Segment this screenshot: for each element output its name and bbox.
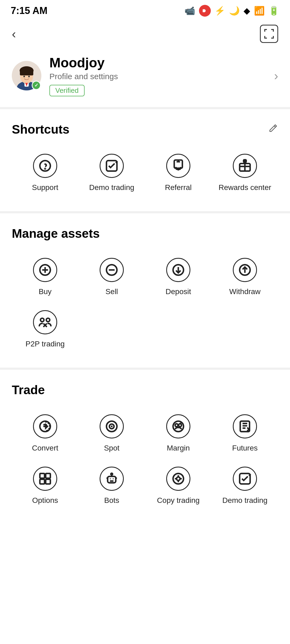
profile-subtitle: Profile and settings — [49, 72, 266, 81]
recording-icon — [199, 5, 211, 17]
deposit-label: Deposit — [166, 287, 191, 297]
demo-trading-label: Demo trading — [89, 183, 134, 192]
svg-rect-0 — [203, 9, 205, 12]
svg-rect-31 — [46, 473, 50, 478]
asset-withdraw[interactable]: Withdraw — [212, 253, 278, 305]
demo-trading-icon — [100, 154, 124, 178]
svg-point-35 — [111, 473, 113, 475]
svg-point-20 — [46, 318, 50, 322]
manage-assets-title: Manage assets — [12, 226, 100, 241]
copy-trading-icon — [166, 467, 190, 491]
svg-rect-30 — [40, 473, 45, 478]
profile-name: Moodjoy — [49, 55, 266, 71]
wifi-icon: 📶 — [254, 6, 265, 16]
bots-icon — [100, 467, 124, 491]
shortcut-referral[interactable]: Referral — [145, 148, 212, 200]
asset-buy[interactable]: Buy — [12, 253, 78, 305]
convert-icon — [33, 414, 57, 438]
manage-assets-section: Manage assets Buy Sell Deposit — [0, 213, 290, 368]
trade-demo-icon — [233, 467, 257, 491]
signal-icon: ◆ — [244, 6, 250, 16]
top-nav: ‹ — [0, 19, 290, 48]
asset-deposit[interactable]: Deposit — [145, 253, 212, 305]
referral-label: Referral — [165, 183, 192, 192]
video-icon: 📹 — [184, 6, 195, 16]
back-button[interactable]: ‹ — [12, 28, 16, 40]
trade-demo-trading[interactable]: Demo trading — [212, 461, 278, 513]
trade-futures[interactable]: Futures — [212, 409, 278, 461]
profile-info: Moodjoy Profile and settings Verified — [49, 55, 266, 96]
support-icon — [33, 154, 57, 178]
trade-copy-trading[interactable]: Copy trading — [145, 461, 212, 513]
avatar: ✓ — [12, 61, 41, 90]
bots-label: Bots — [104, 496, 119, 505]
svg-point-11 — [45, 169, 45, 169]
svg-rect-32 — [40, 479, 45, 484]
svg-rect-7 — [20, 71, 33, 75]
shortcuts-title: Shortcuts — [12, 122, 70, 137]
sell-icon — [100, 258, 124, 282]
shortcuts-grid: Support Demo trading Referral — [12, 148, 278, 200]
svg-point-19 — [41, 318, 44, 322]
trade-grid: Convert Spot — [12, 409, 278, 513]
svg-rect-33 — [46, 479, 50, 484]
trade-section: Trade Convert — [0, 370, 290, 524]
svg-point-9 — [28, 76, 30, 77]
futures-icon — [233, 414, 257, 438]
trade-spot[interactable]: Spot — [78, 409, 145, 461]
manage-assets-header: Manage assets — [12, 226, 278, 241]
svg-point-36 — [173, 473, 184, 484]
verified-label: Verified — [49, 85, 85, 96]
profile-section[interactable]: ✓ Moodjoy Profile and settings Verified … — [0, 48, 290, 107]
buy-label: Buy — [39, 287, 52, 297]
trade-convert[interactable]: Convert — [12, 409, 78, 461]
trade-margin[interactable]: Margin — [145, 409, 212, 461]
scan-button[interactable] — [260, 25, 278, 43]
status-icons: 📹 ⚡ 🌙 ◆ 📶 🔋 — [184, 5, 279, 17]
shortcuts-section: Shortcuts Support Demo trading — [0, 109, 290, 211]
status-time: 7:15 AM — [11, 5, 48, 16]
bluetooth-icon: ⚡ — [215, 6, 225, 16]
asset-p2p-trading[interactable]: P2P trading — [12, 305, 78, 357]
trade-bots[interactable]: Bots — [78, 461, 145, 513]
margin-label: Margin — [167, 443, 190, 453]
shortcut-demo-trading[interactable]: Demo trading — [78, 148, 145, 200]
p2p-trading-label: P2P trading — [26, 339, 65, 349]
svg-point-8 — [23, 76, 25, 77]
rewards-center-label: Rewards center — [219, 183, 271, 192]
profile-chevron-icon: › — [274, 68, 278, 83]
support-label: Support — [32, 183, 58, 192]
referral-icon — [166, 154, 190, 178]
trade-title: Trade — [12, 383, 45, 397]
options-icon — [33, 467, 57, 491]
rewards-center-icon — [233, 154, 257, 178]
trade-options[interactable]: Options — [12, 461, 78, 513]
p2p-trading-icon — [33, 310, 57, 334]
battery-icon: 🔋 — [269, 6, 279, 16]
divider-3 — [0, 368, 290, 370]
trade-demo-label: Demo trading — [222, 496, 267, 505]
spot-label: Spot — [104, 443, 119, 453]
buy-icon — [33, 258, 57, 282]
trade-header: Trade — [12, 383, 278, 397]
margin-icon — [166, 414, 190, 438]
futures-label: Futures — [232, 443, 258, 453]
options-label: Options — [32, 496, 58, 505]
svg-rect-34 — [108, 476, 116, 483]
edit-shortcuts-button[interactable] — [268, 123, 278, 136]
verified-badge-icon: ✓ — [32, 81, 41, 90]
manage-assets-grid: Buy Sell Deposit Withdraw — [12, 253, 278, 357]
shortcut-rewards-center[interactable]: Rewards center — [212, 148, 278, 200]
shortcuts-header: Shortcuts — [12, 122, 278, 137]
deposit-icon — [166, 258, 190, 282]
svg-point-25 — [111, 426, 113, 427]
svg-point-27 — [175, 424, 178, 427]
spot-icon — [100, 414, 124, 438]
asset-sell[interactable]: Sell — [78, 253, 145, 305]
copy-trading-label: Copy trading — [157, 496, 200, 505]
divider-2 — [0, 211, 290, 213]
shortcut-support[interactable]: Support — [12, 148, 78, 200]
moon-icon: 🌙 — [229, 6, 240, 16]
withdraw-label: Withdraw — [229, 287, 261, 297]
status-bar: 7:15 AM 📹 ⚡ 🌙 ◆ 📶 🔋 — [0, 0, 290, 19]
